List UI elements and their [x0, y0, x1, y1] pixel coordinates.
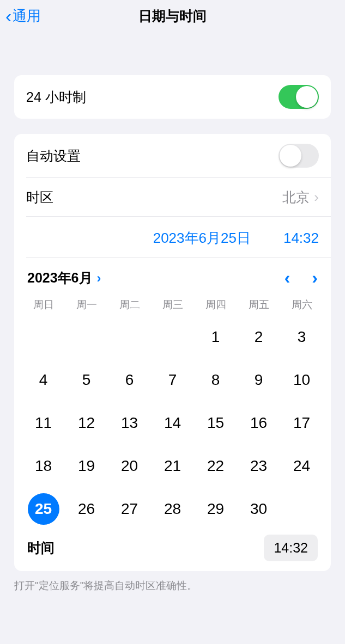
toggle-24hour[interactable]: [279, 85, 319, 109]
toggle-autoset[interactable]: [279, 144, 319, 168]
day-6[interactable]: 6: [109, 359, 150, 400]
day-22[interactable]: 22: [195, 445, 236, 486]
weekday-label: 周二: [109, 298, 150, 312]
day-28[interactable]: 28: [152, 488, 193, 529]
day-empty: [152, 316, 193, 357]
day-24[interactable]: 24: [281, 445, 322, 486]
time-row: 时间 14:32: [22, 529, 323, 561]
day-empty: [109, 316, 150, 357]
row-autoset: 自动设置: [14, 134, 331, 177]
row-datetime-display: 2023年6月25日 14:32: [14, 217, 331, 257]
day-5[interactable]: 5: [66, 359, 107, 400]
day-3[interactable]: 3: [281, 316, 322, 357]
day-1[interactable]: 1: [195, 316, 236, 357]
toggle-knob: [296, 86, 318, 108]
date-display[interactable]: 2023年6月25日: [153, 229, 251, 248]
month-selector[interactable]: 2023年6月 ›: [27, 269, 101, 287]
day-11[interactable]: 11: [23, 402, 64, 443]
day-12[interactable]: 12: [66, 402, 107, 443]
value-timezone: 北京 ›: [282, 188, 319, 206]
calendar-header: 2023年6月 › ‹ ›: [22, 265, 323, 298]
time-picker[interactable]: 14:32: [264, 535, 318, 561]
day-19[interactable]: 19: [66, 445, 107, 486]
footer-note: 打开"定位服务"将提高自动时区准确性。: [0, 571, 345, 593]
day-29[interactable]: 29: [195, 488, 236, 529]
next-month-button[interactable]: ›: [312, 268, 318, 288]
chevron-right-icon: ›: [314, 189, 319, 206]
header: ‹ 通用 日期与时间: [0, 0, 345, 32]
day-20[interactable]: 20: [109, 445, 150, 486]
toggle-knob: [280, 145, 301, 167]
day-14[interactable]: 14: [152, 402, 193, 443]
chevron-left-icon: ‹: [5, 5, 11, 27]
timezone-text: 北京: [282, 188, 310, 206]
back-label: 通用: [13, 7, 41, 26]
page-title: 日期与时间: [138, 7, 207, 25]
day-8[interactable]: 8: [195, 359, 236, 400]
day-16[interactable]: 16: [238, 402, 279, 443]
weekday-label: 周一: [66, 298, 107, 312]
nav-arrows: ‹ ›: [285, 268, 318, 288]
weekday-label: 周四: [195, 298, 236, 312]
day-empty: [66, 316, 107, 357]
day-13[interactable]: 13: [109, 402, 150, 443]
day-7[interactable]: 7: [152, 359, 193, 400]
label-24hour: 24 小时制: [26, 88, 86, 106]
day-2[interactable]: 2: [238, 316, 279, 357]
row-24hour: 24 小时制: [14, 75, 331, 119]
day-27[interactable]: 27: [109, 488, 150, 529]
weekday-row: 周日周一周二周三周四周五周六: [22, 298, 323, 316]
day-4[interactable]: 4: [23, 359, 64, 400]
day-26[interactable]: 26: [66, 488, 107, 529]
weekday-label: 周五: [238, 298, 279, 312]
day-empty: [23, 316, 64, 357]
day-10[interactable]: 10: [281, 359, 322, 400]
label-timezone: 时区: [26, 188, 53, 206]
section-datetime: 自动设置 时区 北京 › 2023年6月25日 14:32 2023年6月 › …: [14, 134, 331, 571]
label-autoset: 自动设置: [26, 147, 81, 165]
day-23[interactable]: 23: [238, 445, 279, 486]
day-9[interactable]: 9: [238, 359, 279, 400]
day-17[interactable]: 17: [281, 402, 322, 443]
weekday-label: 周日: [23, 298, 64, 312]
calendar: 2023年6月 › ‹ › 周日周一周二周三周四周五周六 12345678910…: [14, 258, 331, 571]
row-timezone[interactable]: 时区 北京 ›: [14, 178, 331, 216]
day-18[interactable]: 18: [23, 445, 64, 486]
prev-month-button[interactable]: ‹: [285, 268, 290, 288]
weekday-label: 周六: [281, 298, 322, 312]
day-15[interactable]: 15: [195, 402, 236, 443]
time-label: 时间: [27, 539, 55, 557]
day-25[interactable]: 25: [23, 488, 64, 529]
month-label: 2023年6月: [27, 269, 93, 287]
time-display[interactable]: 14:32: [283, 230, 319, 247]
days-grid: 1234567891011121314151617181920212223242…: [22, 316, 323, 529]
day-30[interactable]: 30: [238, 488, 279, 529]
weekday-label: 周三: [152, 298, 193, 312]
back-button[interactable]: ‹ 通用: [5, 5, 41, 27]
section-24hour: 24 小时制: [14, 75, 331, 119]
day-21[interactable]: 21: [152, 445, 193, 486]
chevron-right-icon: ›: [97, 271, 101, 286]
